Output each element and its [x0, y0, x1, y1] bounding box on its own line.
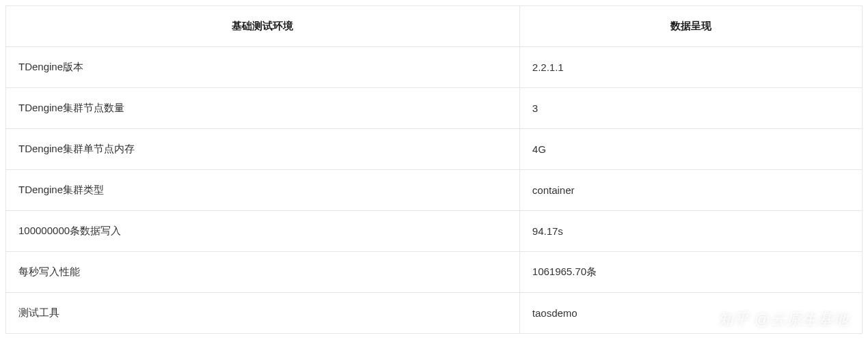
table-row: TDengine集群单节点内存 4G [6, 129, 863, 170]
row-label: 测试工具 [6, 293, 520, 334]
table-row: TDengine版本 2.2.1.1 [6, 47, 863, 88]
row-value: 94.17s [519, 211, 862, 252]
table-row: 100000000条数据写入 94.17s [6, 211, 863, 252]
benchmark-table: 基础测试环境 数据呈现 TDengine版本 2.2.1.1 TDengine集… [5, 5, 863, 334]
table-row: TDengine集群节点数量 3 [6, 88, 863, 129]
row-value: taosdemo [519, 293, 862, 334]
row-label: TDengine集群单节点内存 [6, 129, 520, 170]
row-label: TDengine版本 [6, 47, 520, 88]
row-value: 2.2.1.1 [519, 47, 862, 88]
row-label: TDengine集群类型 [6, 170, 520, 211]
table-row: TDengine集群类型 container [6, 170, 863, 211]
header-env: 基础测试环境 [6, 6, 520, 47]
table-header-row: 基础测试环境 数据呈现 [6, 6, 863, 47]
row-value: container [519, 170, 862, 211]
table-row: 每秒写入性能 1061965.70条 [6, 252, 863, 293]
row-value: 3 [519, 88, 862, 129]
row-value: 1061965.70条 [519, 252, 862, 293]
table-row: 测试工具 taosdemo [6, 293, 863, 334]
row-label: 每秒写入性能 [6, 252, 520, 293]
row-label: TDengine集群节点数量 [6, 88, 520, 129]
row-value: 4G [519, 129, 862, 170]
row-label: 100000000条数据写入 [6, 211, 520, 252]
header-data: 数据呈现 [519, 6, 862, 47]
